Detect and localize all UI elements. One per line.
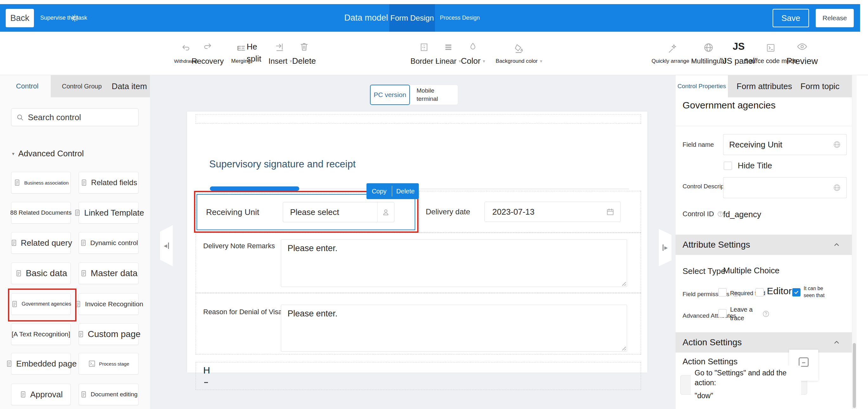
- undo-icon: [181, 44, 191, 54]
- caret-down-icon: ▾: [290, 58, 292, 64]
- form-cell-text: H: [195, 362, 641, 390]
- panel-scrollbar-track[interactable]: [852, 75, 857, 409]
- editor-checkbox[interactable]: [755, 288, 764, 296]
- approval-icon: [19, 390, 27, 399]
- control-card-basic-data[interactable]: Basic data: [11, 262, 71, 284]
- tab-process-design[interactable]: Process Design: [437, 4, 483, 32]
- trash-icon: [299, 41, 309, 52]
- device-tab-pc-version[interactable]: PC version: [370, 85, 410, 105]
- tab-data-model[interactable]: Data model: [342, 4, 390, 32]
- form-page: Supervisory signature and receipt Copy D…: [187, 112, 647, 373]
- control-card-related-fields[interactable]: Related fields: [79, 172, 138, 193]
- reason-denial-textarea[interactable]: Please enter.: [281, 305, 627, 352]
- selected-control-receiving-unit[interactable]: Receiving Unit Please select: [196, 194, 415, 230]
- control-card-business-association[interactable]: Business association: [11, 172, 71, 193]
- control-card-text-recognition[interactable]: [A Text Recognition]: [11, 323, 71, 345]
- quickly-arrange-button[interactable]: Quickly arrange▾: [651, 35, 694, 70]
- hide-title-checkbox[interactable]: [724, 162, 732, 170]
- custom-page-icon: [77, 330, 85, 338]
- he-split-button[interactable]: He split: [247, 35, 269, 70]
- delete-button[interactable]: Delete: [292, 35, 316, 70]
- check-icon: [794, 289, 799, 295]
- control-card-related-documents[interactable]: 88 Related Documents: [11, 202, 71, 223]
- control-card-embedded-page[interactable]: Embedded page: [11, 353, 71, 374]
- delivery-note-remarks-label: Delivery Note Remarks: [203, 242, 275, 250]
- action-settings-header[interactable]: Action Settings: [676, 332, 852, 352]
- control-card-approval[interactable]: Approval: [11, 384, 71, 405]
- section-accent-bar: [210, 186, 299, 191]
- form-cell-delivery-date: Delivery date 2023-07-13: [419, 191, 641, 233]
- color-button[interactable]: Color▾: [461, 35, 485, 70]
- help-icon[interactable]: [717, 211, 724, 218]
- globe-icon: [703, 42, 714, 53]
- search-control-box: [11, 108, 138, 126]
- globe-icon[interactable]: [833, 183, 841, 192]
- visible-checkbox[interactable]: [792, 288, 801, 296]
- stray-text: H: [203, 365, 210, 376]
- panel-collapse-handle[interactable]: ▶: [659, 229, 672, 266]
- save-label: Save: [781, 13, 800, 23]
- control-card-dynamic-control[interactable]: Dynamic control: [79, 232, 138, 254]
- control-description-input[interactable]: [723, 183, 833, 193]
- panel-tab-control-properties[interactable]: Control Properties: [676, 75, 728, 97]
- control-card-linked-template[interactable]: Linked Template: [79, 202, 138, 223]
- panel-tab-form-attributes[interactable]: Form attributes: [734, 75, 795, 97]
- resize-grip-icon[interactable]: [621, 346, 626, 350]
- visible-label: It can be seen that: [804, 285, 835, 299]
- resize-grip-icon[interactable]: [621, 281, 626, 286]
- globe-icon[interactable]: [833, 140, 841, 149]
- control-card-government-agencies[interactable]: Government agencies: [11, 293, 71, 315]
- leave-trace-label: Leave a trace: [730, 305, 759, 322]
- person-picker-button[interactable]: [377, 202, 394, 222]
- linear-button[interactable]: Linear▾: [435, 35, 461, 70]
- eye-icon: [796, 41, 808, 52]
- copy-button[interactable]: Copy: [367, 183, 392, 199]
- advanced-control-section-toggle[interactable]: ▾ Advanced Control: [12, 149, 84, 159]
- embedded-page-icon: [5, 359, 13, 368]
- tooltip-line-2: "dow": [694, 391, 801, 401]
- delivery-date-input[interactable]: 2023-07-13: [485, 202, 621, 222]
- insert-button[interactable]: Insert▾: [269, 35, 292, 70]
- field-name-input[interactable]: [723, 140, 833, 150]
- sidebar-tab-control[interactable]: Control: [8, 75, 46, 97]
- release-button[interactable]: Release: [816, 9, 854, 27]
- device-tab-mobile-terminal[interactable]: Mobile terminal: [409, 85, 458, 105]
- background-color-button[interactable]: Background color▾: [496, 35, 542, 70]
- back-button[interactable]: Back: [6, 9, 34, 27]
- redo-icon: [203, 42, 213, 52]
- advanced-attributes-label: Advanced Attributes: [683, 312, 736, 319]
- attribute-settings-header[interactable]: Attribute Settings: [676, 234, 852, 255]
- merge-icon: EΞ: [237, 42, 245, 55]
- leave-trace-checkbox[interactable]: [718, 309, 726, 317]
- form-canvas: PC version Mobile terminal Supervisory s…: [150, 75, 675, 409]
- panel-scrollbar-thumb[interactable]: [853, 343, 856, 408]
- select-type-value[interactable]: Multiple Choice: [723, 266, 780, 276]
- sidebar-tab-control-group[interactable]: Control Group: [54, 75, 110, 97]
- control-card-document-editing[interactable]: Document editing: [79, 384, 138, 405]
- receiving-unit-select[interactable]: Please select: [283, 202, 394, 222]
- delete-control-button[interactable]: Delete: [392, 183, 419, 199]
- delivery-note-remarks-textarea[interactable]: Please enter.: [281, 240, 627, 287]
- gear-icon[interactable]: [70, 13, 79, 23]
- tab-form-design[interactable]: Form Design: [389, 4, 435, 32]
- control-card-related-query[interactable]: Related query: [11, 232, 71, 254]
- control-card-custom-page[interactable]: Custom page: [79, 323, 138, 345]
- save-button[interactable]: Save: [773, 9, 809, 27]
- control-card-master-data[interactable]: Master data: [79, 262, 138, 284]
- chevron-up-icon: [833, 339, 840, 346]
- required-field-checkbox[interactable]: [718, 288, 726, 296]
- preview-button[interactable]: Preview: [786, 35, 818, 70]
- scrolled-row-remnant: [195, 114, 641, 124]
- control-card-process-stage[interactable]: Process stage: [79, 353, 138, 374]
- recovery-button[interactable]: Recovery: [191, 35, 223, 70]
- border-button[interactable]: Border▾: [410, 35, 438, 70]
- search-control-input[interactable]: [28, 113, 134, 122]
- help-icon[interactable]: [762, 310, 770, 318]
- designer-toolbar: Withdrawal Recovery EΞ Merging He split …: [0, 32, 868, 75]
- form-designer-app: Back Supervise the task Data model Form …: [0, 0, 868, 409]
- sidebar-collapse-handle[interactable]: ◀: [160, 225, 173, 266]
- control-card-invoice-recognition[interactable]: Invoice Recognition: [79, 293, 138, 315]
- sidebar-tab-data-item[interactable]: Data item: [110, 75, 149, 97]
- panel-tab-form-topic[interactable]: Form topic: [796, 75, 844, 97]
- back-label: Back: [10, 13, 29, 23]
